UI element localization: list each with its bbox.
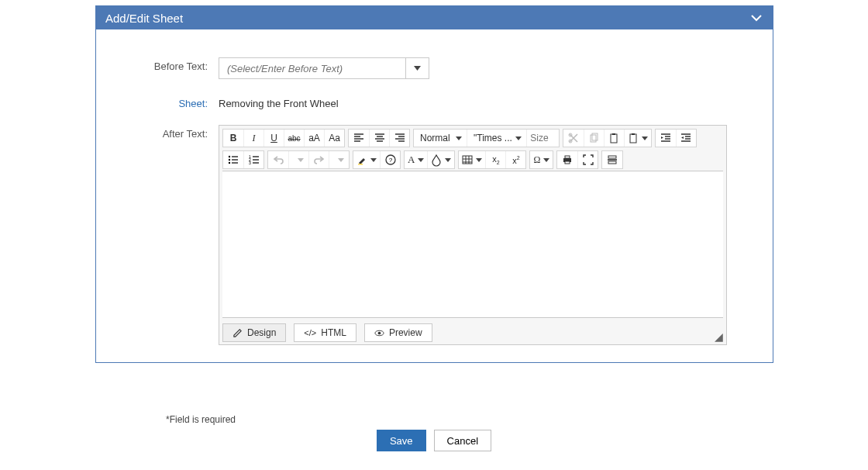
panel-title: Add/Edit Sheet	[105, 12, 183, 25]
svg-rect-7	[632, 133, 635, 135]
subscript-button[interactable]: x2	[485, 151, 505, 168]
label-sheet[interactable]: Sheet:	[119, 95, 219, 109]
svg-rect-22	[608, 161, 616, 164]
print-button[interactable]	[557, 151, 577, 168]
undo-button[interactable]	[268, 151, 288, 168]
italic-button[interactable]: I	[243, 130, 264, 147]
align-left-button[interactable]	[349, 130, 369, 147]
svg-rect-14	[358, 164, 363, 165]
svg-point-24	[378, 331, 381, 334]
redo-menu[interactable]	[329, 151, 349, 168]
cancel-button[interactable]: Cancel	[434, 430, 491, 451]
svg-point-9	[229, 159, 230, 161]
paste-special-button[interactable]	[624, 130, 651, 147]
before-text-dropdown-button[interactable]	[405, 58, 429, 78]
strikethrough-button[interactable]: abc	[284, 130, 304, 147]
caret-down-icon	[298, 158, 304, 162]
font-family-value: "Times ...	[474, 133, 512, 143]
undo-menu[interactable]	[288, 151, 308, 168]
svg-rect-4	[611, 134, 617, 143]
align-center-button[interactable]	[369, 130, 389, 147]
font-size-input-wrapper	[526, 130, 559, 147]
panel-body: Before Text: Sheet: Removing the Front W…	[96, 29, 773, 362]
copy-button[interactable]	[584, 130, 604, 147]
font-size-input[interactable]	[529, 132, 556, 144]
pencil-icon	[232, 328, 243, 338]
forecolor-button[interactable]: A	[405, 151, 427, 168]
clipboard-icon	[608, 133, 619, 143]
rich-text-editor: B I U abc aA Aa	[219, 125, 727, 345]
tab-preview-label: Preview	[389, 327, 422, 338]
highlighter-button[interactable]	[353, 151, 380, 168]
caret-down-icon	[338, 158, 344, 162]
tab-design[interactable]: Design	[222, 323, 286, 342]
before-text-input[interactable]	[219, 58, 405, 78]
omega-icon: Ω	[533, 154, 540, 166]
save-button[interactable]: Save	[377, 430, 426, 451]
svg-rect-2	[591, 135, 596, 142]
caret-down-icon	[445, 158, 451, 162]
collapse-button[interactable]	[749, 11, 763, 25]
tab-preview[interactable]: Preview	[364, 323, 432, 342]
caret-down-icon	[515, 137, 522, 140]
required-field-note: *Field is required	[166, 414, 236, 425]
numbered-list-button[interactable]: 123	[243, 151, 264, 168]
outdent-icon	[680, 133, 691, 143]
svg-rect-19	[565, 156, 570, 158]
caret-down-icon	[476, 158, 482, 162]
fullscreen-button[interactable]	[577, 151, 598, 168]
help-button[interactable]: ?	[380, 151, 400, 168]
label-after-text: After Text:	[119, 125, 219, 140]
row-before-text: Before Text:	[119, 57, 749, 79]
bullet-list-button[interactable]	[223, 151, 243, 168]
lowercase-uppercase-button[interactable]: aA	[304, 130, 324, 147]
editor-content-area[interactable]	[222, 171, 723, 318]
insert-symbol-button[interactable]: Ω	[530, 151, 553, 168]
cut-button[interactable]	[563, 130, 584, 147]
underline-button[interactable]: U	[264, 130, 284, 147]
redo-button[interactable]	[308, 151, 329, 168]
code-brackets-icon: </>	[304, 328, 316, 337]
indent-button[interactable]	[656, 130, 676, 147]
label-before-text: Before Text:	[119, 57, 219, 72]
horizontal-rule-button[interactable]	[602, 151, 622, 168]
paragraph-style-select[interactable]: Normal	[414, 130, 467, 147]
align-right-icon	[394, 133, 405, 143]
svg-point-8	[229, 156, 230, 157]
superscript-button[interactable]: x2	[505, 151, 525, 168]
align-right-button[interactable]	[389, 130, 409, 147]
panel-header: Add/Edit Sheet	[96, 6, 773, 29]
svg-point-10	[229, 162, 230, 164]
help-icon: ?	[385, 154, 396, 165]
uppercase-lowercase-button[interactable]: Aa	[324, 130, 344, 147]
copy-icon	[588, 133, 599, 143]
tab-design-label: Design	[247, 327, 276, 338]
svg-rect-21	[608, 156, 616, 158]
resize-handle[interactable]: ◢	[715, 330, 723, 343]
caret-down-icon	[543, 158, 549, 162]
eye-icon	[374, 328, 384, 338]
editor-toolbar: B I U abc aA Aa	[219, 126, 726, 171]
tab-html-label: HTML	[321, 327, 346, 338]
numbered-list-icon: 123	[249, 154, 260, 165]
form-actions: Save Cancel	[0, 430, 868, 451]
bold-button[interactable]: B	[223, 130, 243, 147]
paste-button[interactable]	[604, 130, 624, 147]
insert-table-button[interactable]	[459, 151, 485, 168]
caret-down-icon	[456, 137, 462, 140]
before-text-combo[interactable]	[219, 57, 429, 79]
paragraph-style-value: Normal	[420, 133, 450, 143]
backcolor-button[interactable]	[427, 151, 454, 168]
svg-rect-5	[612, 133, 615, 135]
paint-drop-icon	[431, 154, 442, 165]
outdent-button[interactable]	[676, 130, 696, 147]
svg-text:3: 3	[249, 161, 251, 165]
tab-html[interactable]: </> HTML	[294, 323, 356, 342]
printer-icon	[562, 154, 573, 165]
svg-rect-6	[630, 134, 636, 143]
row-after-text: After Text: B I U abc aA Aa	[119, 125, 749, 345]
scissors-icon	[568, 133, 579, 143]
font-family-select[interactable]: "Times ...	[467, 130, 526, 147]
svg-text:?: ?	[388, 157, 392, 164]
redo-icon	[314, 154, 325, 165]
